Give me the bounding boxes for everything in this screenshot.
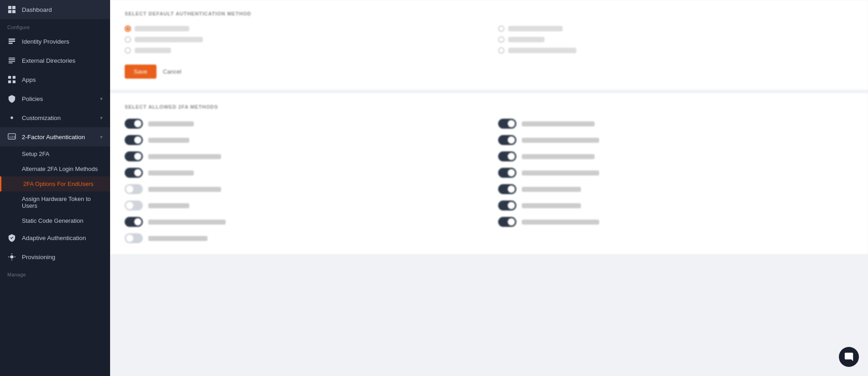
svg-point-18: [10, 255, 13, 258]
section2-title: SELECT ALLOWED 2FA METHODS: [125, 104, 853, 110]
manage-section-label: Manage: [0, 266, 110, 279]
svg-rect-6: [9, 43, 13, 44]
toggle-row-otp-sms: [125, 119, 480, 129]
toggle-qr-auth[interactable]: [125, 217, 143, 227]
toggle-row-yubikey: [498, 168, 853, 178]
2fa-options-label: 2FA Options For EndUsers: [23, 180, 94, 187]
sub-item-setup-2fa[interactable]: Setup 2FA: [0, 146, 110, 161]
radio-hardware-token: [125, 36, 480, 43]
toggle-yubikey[interactable]: [498, 168, 516, 178]
toggle-row-google-auth: [498, 135, 853, 145]
sidebar-item-identity-providers[interactable]: Identity Providers: [0, 32, 110, 51]
external-directories-label: External Directories: [22, 57, 76, 64]
section1-title: SELECT DEFAULT AUTHENTICATION METHOD: [125, 11, 853, 16]
toggle-row-otp-sms-email: [498, 217, 853, 227]
toggle-row-magic-link: [125, 201, 480, 211]
svg-point-15: [10, 116, 13, 119]
sidebar: Dashboard Configure Identity Providers E…: [0, 0, 110, 376]
toggle-row-microsoft-auth: [125, 151, 480, 161]
section-default-auth: SELECT DEFAULT AUTHENTICATION METHOD: [110, 0, 868, 93]
sidebar-item-policies[interactable]: Policies ▾: [0, 89, 110, 108]
toggle-authy-auth[interactable]: [498, 151, 516, 161]
sidebar-item-customization[interactable]: Customization ▾: [0, 108, 110, 127]
toggle-microsoft-auth[interactable]: [125, 151, 143, 161]
adaptive-auth-label: Adaptive Authentication: [22, 235, 86, 241]
toggle-otp-sms[interactable]: [125, 119, 143, 129]
svg-rect-11: [8, 76, 11, 79]
customization-chevron: ▾: [100, 115, 103, 121]
adaptive-auth-icon: [7, 233, 16, 242]
radio-otp-email-right: [498, 25, 853, 32]
toggle-security-q-label: [522, 203, 581, 208]
toggle-yubikey-label: [522, 170, 599, 175]
toggle-push-notif[interactable]: [498, 119, 516, 129]
sidebar-item-2fa[interactable]: 123 2-Factor Authentication ▾: [0, 127, 110, 146]
2fa-chevron: ▾: [100, 134, 103, 140]
apps-label: Apps: [22, 76, 36, 83]
toggle-soft-token[interactable]: [125, 135, 143, 145]
toggle-call-me[interactable]: [125, 233, 143, 243]
sub-item-assign-hardware[interactable]: Assign Hardware Token to Users: [0, 191, 110, 213]
section-allowed-2fa: SELECT ALLOWED 2FA METHODS: [110, 93, 868, 258]
toggle-microsoft-auth-label: [148, 154, 221, 159]
toggle-otp-sms-label: [148, 121, 194, 126]
radio-sms-link-right-circle: [498, 36, 505, 43]
toggle-sms-link[interactable]: [498, 184, 516, 194]
toggle-row-otp-email: [125, 168, 480, 178]
form-actions: Save Cancel: [125, 65, 853, 79]
sidebar-item-apps[interactable]: Apps: [0, 70, 110, 89]
toggle-row-push-notif: [498, 119, 853, 129]
toggle-row-soft-token: [125, 135, 480, 145]
external-directories-icon: [7, 56, 16, 65]
radio-otp-email-right-circle: [498, 25, 505, 32]
sub-item-static-code[interactable]: Static Code Generation: [0, 213, 110, 228]
2fa-label: 2-Factor Authentication: [22, 134, 85, 140]
provisioning-icon: [7, 252, 16, 261]
toggle-google-auth[interactable]: [498, 135, 516, 145]
svg-rect-9: [9, 61, 15, 62]
2fa-icon: 123: [7, 132, 16, 141]
sidebar-item-adaptive-auth[interactable]: Adaptive Authentication: [0, 228, 110, 247]
toggle-push-notif-label: [522, 121, 595, 126]
toggle-otp-email-label: [148, 170, 194, 175]
sub-item-2fa-options[interactable]: 2FA Options For EndUsers: [0, 176, 110, 191]
toggle-otp-sms-email[interactable]: [498, 217, 516, 227]
sidebar-item-provisioning[interactable]: Provisioning: [0, 247, 110, 266]
toggle-row-display-hardware: [125, 184, 480, 194]
svg-rect-4: [9, 39, 15, 40]
toggle-magic-link-label: [148, 203, 189, 208]
toggle-security-q[interactable]: [498, 201, 516, 211]
alternate-2fa-label: Alternate 2FA Login Methods: [22, 165, 98, 172]
radio-hardware-token-text: [135, 37, 203, 42]
radio-otp-sms-email-right-circle: [498, 47, 505, 54]
main-content: SELECT DEFAULT AUTHENTICATION METHOD: [110, 0, 868, 376]
svg-rect-2: [8, 10, 11, 13]
sidebar-item-dashboard[interactable]: Dashboard: [0, 0, 110, 19]
toggle-row-call-me: [125, 233, 480, 243]
svg-rect-5: [9, 40, 15, 42]
customization-icon: [7, 113, 16, 122]
chat-bubble[interactable]: [839, 347, 859, 367]
toggle-otp-email[interactable]: [125, 168, 143, 178]
svg-rect-13: [8, 80, 11, 83]
cancel-button[interactable]: Cancel: [163, 68, 181, 75]
provisioning-label: Provisioning: [22, 254, 56, 261]
sidebar-item-external-directories[interactable]: External Directories: [0, 51, 110, 70]
toggle-row-qr-auth: [125, 217, 480, 227]
save-button[interactable]: Save: [125, 65, 156, 79]
dashboard-label: Dashboard: [22, 6, 52, 13]
configure-section-label: Configure: [0, 19, 110, 32]
policies-label: Policies: [22, 95, 43, 102]
radio-sms-link-right-text: [508, 37, 545, 42]
toggle-display-hardware[interactable]: [125, 184, 143, 194]
svg-rect-10: [9, 63, 13, 64]
toggle-soft-token-label: [148, 138, 189, 143]
svg-rect-8: [9, 59, 15, 60]
svg-rect-14: [13, 80, 15, 83]
identity-providers-label: Identity Providers: [22, 38, 69, 45]
toggle-magic-link[interactable]: [125, 201, 143, 211]
toggle-authy-auth-label: [522, 154, 595, 159]
sub-item-alternate-2fa[interactable]: Alternate 2FA Login Methods: [0, 161, 110, 176]
radio-otp-sms-circle: [125, 25, 131, 32]
toggle-row-authy-auth: [498, 151, 853, 161]
